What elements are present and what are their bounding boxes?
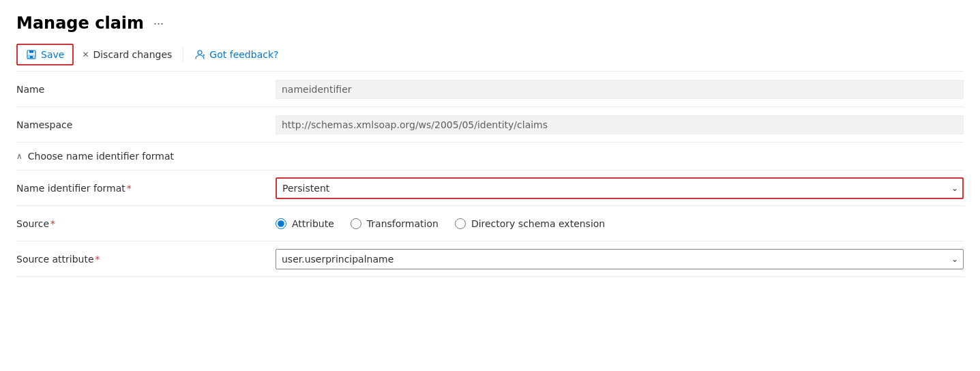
source-attr-control: user.userprincipalname user.mail user.di… [276, 243, 964, 275]
source-attr-label: Source attribute* [16, 246, 276, 273]
name-id-format-control: Persistent Unspecified Email address Win… [276, 172, 964, 205]
discard-changes-button[interactable]: ✕ Discard changes [74, 45, 180, 64]
save-button[interactable]: Save [16, 44, 74, 65]
namespace-label: Namespace [16, 111, 276, 138]
name-id-format-label: Name identifier format* [16, 175, 276, 202]
name-input[interactable] [276, 80, 964, 99]
name-label: Name [16, 76, 276, 103]
feedback-person-icon [194, 49, 205, 60]
form: Name Namespace ∧ Choose name identifier … [16, 72, 964, 277]
name-id-format-row: Name identifier format* Persistent Unspe… [16, 170, 964, 206]
name-row: Name [16, 72, 964, 107]
feedback-label: Got feedback? [209, 49, 278, 60]
collapse-up-icon: ∧ [16, 151, 23, 161]
discard-label: Discard changes [93, 49, 172, 60]
source-row: Source* Attribute Transformation Directo… [16, 206, 964, 241]
name-id-format-select-wrapper: Persistent Unspecified Email address Win… [276, 177, 964, 199]
page-title: Manage claim [16, 14, 144, 33]
namespace-control [276, 110, 964, 140]
x-icon: ✕ [82, 50, 89, 59]
name-id-format-select[interactable]: Persistent Unspecified Email address Win… [276, 177, 964, 199]
source-attr-select[interactable]: user.userprincipalname user.mail user.di… [276, 249, 964, 269]
source-radio-group: Attribute Transformation Directory schem… [276, 218, 964, 229]
source-directory-radio[interactable] [455, 218, 466, 229]
source-transformation-label: Transformation [367, 218, 439, 229]
save-icon [26, 49, 37, 60]
toolbar: Save ✕ Discard changes Got feedback? [16, 44, 964, 72]
source-attribute-label: Attribute [292, 218, 334, 229]
source-label: Source* [16, 210, 276, 237]
source-attribute-option[interactable]: Attribute [276, 218, 334, 229]
svg-rect-3 [30, 56, 33, 58]
source-control: Attribute Transformation Directory schem… [276, 213, 964, 235]
name-identifier-section-header[interactable]: ∧ Choose name identifier format [16, 143, 964, 170]
source-attr-required-indicator: * [95, 254, 100, 265]
source-transformation-option[interactable]: Transformation [351, 218, 439, 229]
source-directory-option[interactable]: Directory schema extension [455, 218, 605, 229]
required-indicator: * [127, 183, 132, 194]
source-required-indicator: * [50, 218, 55, 229]
save-label: Save [41, 49, 64, 60]
toolbar-separator [183, 46, 183, 63]
namespace-input[interactable] [276, 115, 964, 134]
name-control [276, 74, 964, 104]
source-attr-row: Source attribute* user.userprincipalname… [16, 241, 964, 277]
namespace-row: Namespace [16, 107, 964, 143]
feedback-button[interactable]: Got feedback? [186, 45, 286, 64]
ellipsis-button[interactable]: ··· [149, 15, 168, 32]
svg-rect-2 [29, 50, 33, 53]
source-directory-label: Directory schema extension [471, 218, 605, 229]
source-transformation-radio[interactable] [351, 218, 361, 229]
source-attr-select-wrapper: user.userprincipalname user.mail user.di… [276, 249, 964, 269]
svg-point-4 [198, 50, 202, 55]
section-title: Choose name identifier format [28, 151, 174, 162]
source-attribute-radio[interactable] [276, 218, 286, 229]
